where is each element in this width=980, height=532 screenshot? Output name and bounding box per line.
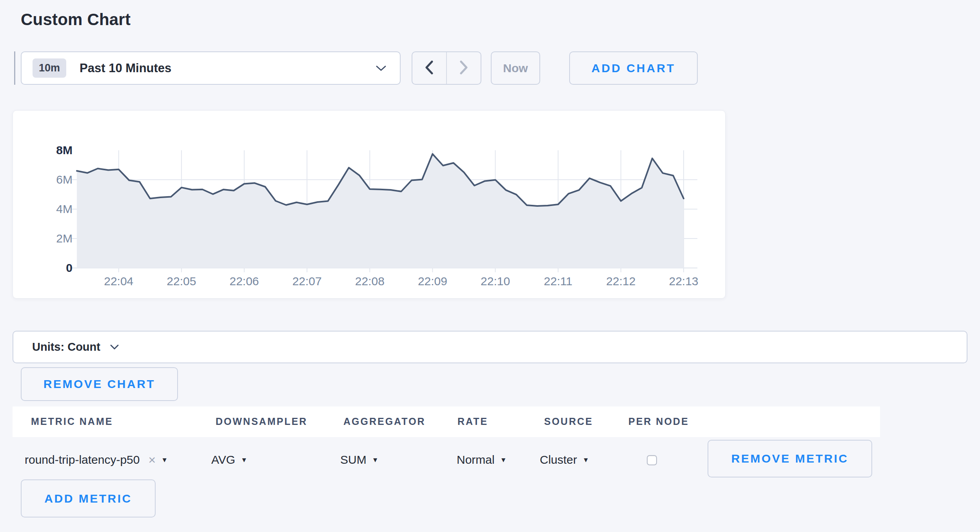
units-label: Units: Count: [32, 341, 100, 353]
caret-down-icon: ▼: [241, 457, 247, 463]
remove-chart-button[interactable]: REMOVE CHART: [21, 367, 178, 401]
column-header-downsampler: DOWNSAMPLER: [216, 416, 307, 427]
custom-chart-svg[interactable]: 02M4M6M8M22:0422:0522:0622:0722:0822:092…: [13, 111, 725, 298]
chevron-right-icon: [459, 60, 468, 76]
svg-text:22:08: 22:08: [355, 275, 385, 288]
time-range-select[interactable]: 10m Past 10 Minutes: [21, 51, 401, 85]
aggregator-select[interactable]: SUM ▼: [340, 450, 379, 469]
column-header-source: SOURCE: [544, 416, 593, 427]
time-range-label: Past 10 Minutes: [80, 61, 171, 75]
step-forward-button[interactable]: [447, 52, 481, 84]
svg-text:22:04: 22:04: [104, 275, 133, 288]
source-select[interactable]: Cluster ▼: [540, 450, 589, 469]
chevron-down-icon: [110, 344, 119, 350]
downsampler-value: AVG: [211, 453, 235, 466]
svg-text:0: 0: [66, 261, 73, 274]
chevron-down-icon: [376, 65, 387, 72]
downsampler-select[interactable]: AVG ▼: [211, 450, 247, 469]
svg-text:4M: 4M: [56, 202, 73, 215]
svg-text:22:13: 22:13: [669, 275, 698, 288]
rate-select[interactable]: Normal ▼: [457, 450, 507, 469]
column-header-aggregator: AGGREGATOR: [343, 416, 426, 427]
column-header-per-node: PER NODE: [628, 416, 689, 427]
metric-table-header: [13, 406, 880, 437]
add-chart-button[interactable]: ADD CHART: [569, 51, 698, 85]
custom-chart-page: Custom Chart 10m Past 10 Minutes: [0, 0, 980, 532]
chevron-left-icon: [425, 60, 434, 76]
close-x-icon[interactable]: ×: [148, 454, 156, 466]
add-metric-button[interactable]: ADD METRIC: [21, 479, 156, 517]
svg-text:6M: 6M: [56, 173, 73, 186]
metric-name-select[interactable]: round-trip-latency-p50 × ▼: [25, 450, 168, 469]
svg-text:8M: 8M: [56, 144, 73, 157]
svg-text:2M: 2M: [56, 232, 73, 245]
caret-down-icon: ▼: [500, 457, 507, 463]
rate-value: Normal: [457, 453, 495, 466]
per-node-checkbox[interactable]: [647, 455, 657, 465]
remove-metric-button[interactable]: REMOVE METRIC: [708, 440, 872, 477]
aggregator-value: SUM: [340, 453, 367, 466]
page-title: Custom Chart: [21, 10, 131, 29]
svg-text:22:10: 22:10: [481, 275, 510, 288]
toolbar-accent-divider: [14, 51, 15, 85]
svg-text:22:05: 22:05: [167, 275, 196, 288]
caret-down-icon: ▼: [372, 457, 379, 463]
svg-text:22:07: 22:07: [292, 275, 322, 288]
column-header-rate: RATE: [457, 416, 488, 427]
now-button[interactable]: Now: [491, 51, 540, 85]
step-back-button[interactable]: [412, 52, 446, 84]
caret-down-icon: ▼: [161, 457, 168, 463]
chart-card: 02M4M6M8M22:0422:0522:0622:0722:0822:092…: [13, 110, 726, 299]
source-value: Cluster: [540, 453, 577, 466]
units-select[interactable]: Units: Count: [13, 331, 967, 363]
time-window-badge: 10m: [33, 58, 66, 78]
column-header-metric-name: METRIC NAME: [31, 416, 113, 427]
svg-text:22:09: 22:09: [418, 275, 447, 288]
svg-text:22:06: 22:06: [229, 275, 259, 288]
time-step-buttons: [412, 51, 481, 85]
svg-text:22:11: 22:11: [544, 275, 572, 288]
svg-text:22:12: 22:12: [606, 275, 635, 288]
metric-name-value: round-trip-latency-p50: [25, 453, 140, 466]
caret-down-icon: ▼: [583, 457, 589, 463]
